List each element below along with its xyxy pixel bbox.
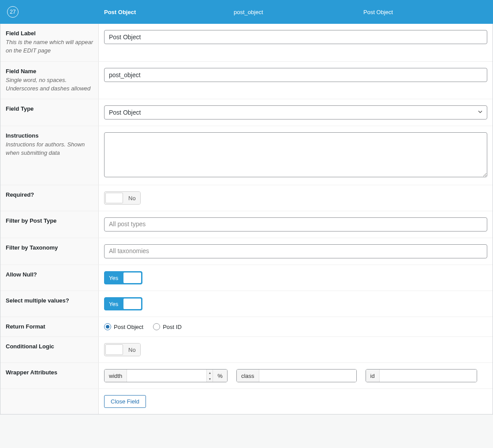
multiple-label: Select multiple values?	[6, 297, 93, 304]
header-field-label: Post Object	[104, 9, 234, 15]
field-label-desc: This is the name which will appear on th…	[6, 38, 93, 55]
wrapper-id-input[interactable]	[380, 370, 477, 382]
field-name-desc: Single word, no spaces. Underscores and …	[6, 76, 93, 93]
wrapper-attributes-label: Wrapper Attributes	[6, 369, 93, 376]
number-spinner[interactable]: ▲ ▼	[206, 370, 213, 382]
wrapper-class-label: class	[237, 370, 259, 382]
wrapper-width-group: width ▲ ▼ %	[104, 369, 228, 382]
filter-taxonomy-label: Filter by Taxonomy	[6, 244, 93, 251]
return-format-post-id[interactable]: Post ID	[153, 323, 182, 330]
wrapper-id-label: id	[366, 370, 380, 382]
required-toggle[interactable]: No	[104, 191, 141, 205]
order-badge: 27	[7, 6, 19, 18]
filter-taxonomy-select[interactable]: All taxonomies	[104, 244, 487, 258]
instructions-textarea[interactable]	[104, 132, 487, 177]
field-label-label: Field Label	[6, 30, 93, 37]
header-field-name: post_object	[234, 9, 363, 15]
multiple-toggle[interactable]: Yes	[104, 297, 142, 310]
conditional-logic-toggle[interactable]: No	[104, 343, 141, 356]
return-format-post-object[interactable]: Post Object	[104, 323, 143, 330]
wrapper-class-group: class	[236, 369, 357, 382]
conditional-logic-label: Conditional Logic	[6, 343, 93, 350]
radio-icon	[104, 323, 111, 330]
close-field-button[interactable]: Close Field	[104, 395, 146, 408]
field-type-select[interactable]: Post Object	[104, 105, 487, 119]
field-name-input[interactable]	[104, 68, 487, 82]
field-label-input[interactable]	[104, 30, 487, 44]
field-name-label: Field Name	[6, 68, 93, 75]
filter-post-type-label: Filter by Post Type	[6, 217, 93, 224]
required-label: Required?	[6, 191, 93, 198]
wrapper-id-group: id	[366, 369, 477, 382]
filter-post-type-select[interactable]: All post types	[104, 217, 487, 231]
wrapper-width-input[interactable]	[127, 370, 206, 382]
instructions-desc: Instructions for authors. Shown when sub…	[6, 141, 93, 157]
wrapper-class-input[interactable]	[259, 370, 356, 382]
field-type-label: Field Type	[6, 105, 93, 112]
instructions-label: Instructions	[6, 132, 93, 139]
header-field-type: Post Object	[363, 9, 493, 15]
field-header[interactable]: 27 Post Object post_object Post Object	[0, 0, 493, 24]
allow-null-label: Allow Null?	[6, 271, 93, 278]
return-format-label: Return Format	[6, 323, 93, 330]
allow-null-toggle[interactable]: Yes	[104, 271, 142, 284]
wrapper-width-label: width	[105, 370, 127, 382]
radio-icon	[153, 323, 160, 330]
wrapper-width-unit: %	[213, 370, 227, 382]
